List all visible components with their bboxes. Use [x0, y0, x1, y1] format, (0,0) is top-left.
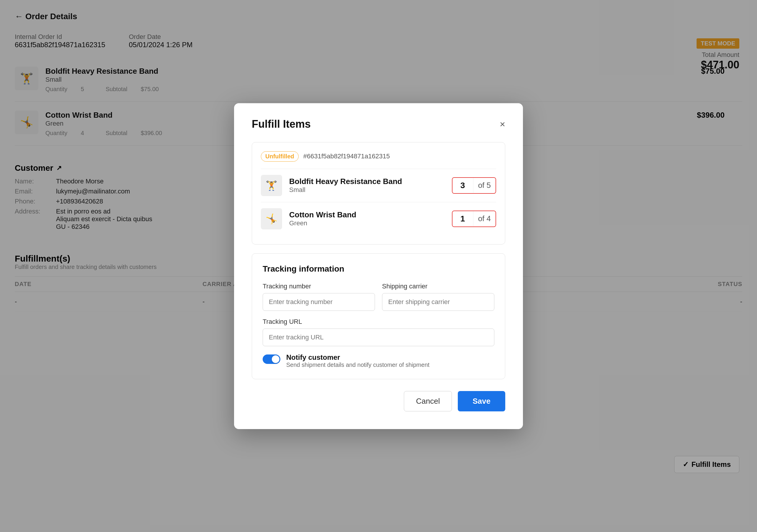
- modal-item-image-1: 🏋️: [261, 175, 282, 196]
- modal-item-name-1: Boldfit Heavy Resistance Band: [289, 177, 445, 186]
- modal-title: Fulfill Items: [252, 118, 311, 130]
- tracking-number-field: Tracking number: [263, 283, 375, 311]
- modal-item-variant-2: Green: [289, 219, 445, 227]
- qty-input-2[interactable]: [452, 211, 473, 227]
- tracking-url-input[interactable]: [263, 329, 494, 346]
- order-id-modal: #6631f5ab82f194871a162315: [303, 152, 390, 160]
- qty-control-1: of 5: [452, 177, 496, 194]
- qty-of-1: of 5: [473, 178, 496, 193]
- modal-item-image-2: 🤸: [261, 208, 282, 230]
- modal-item-name-2: Cotton Wrist Band: [289, 210, 445, 219]
- notify-customer-text: Notify customer Send shipment details an…: [286, 353, 430, 368]
- tracking-url-label: Tracking URL: [263, 318, 494, 326]
- fulfill-items-modal: Fulfill Items × Unfulfilled #6631f5ab82f…: [234, 103, 523, 429]
- notify-title: Notify customer: [286, 353, 430, 361]
- qty-control-2: of 4: [452, 210, 496, 227]
- tracking-url-field: Tracking URL: [263, 318, 494, 346]
- modal-footer: Cancel Save: [252, 391, 505, 411]
- save-button[interactable]: Save: [458, 391, 505, 411]
- shipping-carrier-field: Shipping carrier: [382, 283, 494, 311]
- tracking-number-input[interactable]: [263, 293, 375, 311]
- cancel-button[interactable]: Cancel: [404, 391, 452, 411]
- tracking-row-2: Tracking URL: [263, 318, 494, 346]
- modal-item-row-1: 🏋️ Boldfit Heavy Resistance Band Small o…: [261, 169, 496, 202]
- shipping-carrier-input[interactable]: [382, 293, 494, 311]
- tracking-row-1: Tracking number Shipping carrier: [263, 283, 494, 311]
- modal-header: Fulfill Items ×: [252, 118, 505, 130]
- notify-customer-toggle[interactable]: [263, 355, 280, 364]
- tracking-title: Tracking information: [263, 264, 494, 274]
- notify-customer-row: Notify customer Send shipment details an…: [263, 353, 494, 368]
- tracking-number-label: Tracking number: [263, 283, 375, 290]
- unfulfilled-badge: Unfulfilled: [261, 151, 299, 162]
- qty-input-1[interactable]: [452, 178, 473, 193]
- modal-item-variant-1: Small: [289, 186, 445, 194]
- order-card: Unfulfilled #6631f5ab82f194871a162315 🏋️…: [252, 142, 505, 244]
- order-card-header: Unfulfilled #6631f5ab82f194871a162315: [261, 151, 496, 162]
- notify-description: Send shipment details and notify custome…: [286, 361, 430, 368]
- modal-overlay: Fulfill Items × Unfulfilled #6631f5ab82f…: [0, 0, 757, 532]
- shipping-carrier-label: Shipping carrier: [382, 283, 494, 290]
- qty-of-2: of 4: [473, 211, 496, 226]
- toggle-thumb: [272, 355, 280, 363]
- modal-item-info-2: Cotton Wrist Band Green: [289, 210, 445, 227]
- modal-item-row-2: 🤸 Cotton Wrist Band Green of 4: [261, 202, 496, 235]
- tracking-card: Tracking information Tracking number Shi…: [252, 253, 505, 379]
- modal-close-button[interactable]: ×: [500, 119, 505, 129]
- modal-item-info-1: Boldfit Heavy Resistance Band Small: [289, 177, 445, 194]
